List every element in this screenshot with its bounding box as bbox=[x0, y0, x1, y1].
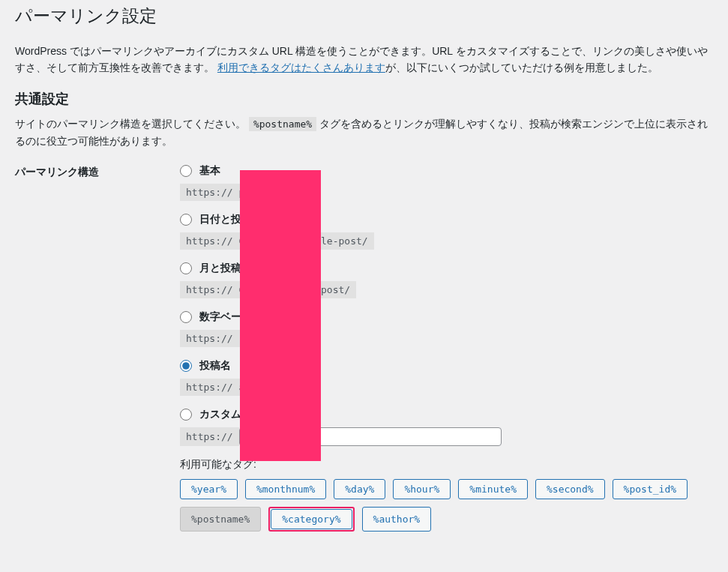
tag-post-id[interactable]: %post_id% bbox=[613, 479, 688, 499]
tag-second[interactable]: %second% bbox=[535, 479, 605, 499]
tag-postname[interactable]: %postname% bbox=[180, 507, 261, 532]
common-description: サイトのパーマリンク構造を選択してください。 %postname% タグを含める… bbox=[15, 115, 713, 149]
tag-category[interactable]: %category% bbox=[271, 509, 352, 529]
tag-year[interactable]: %year% bbox=[180, 479, 238, 499]
label-post-name[interactable]: 投稿名 bbox=[199, 359, 231, 373]
tag-category-highlight: %category% bbox=[268, 507, 354, 532]
structure-label: パーマリンク構造 bbox=[15, 164, 180, 179]
radio-plain[interactable] bbox=[180, 165, 192, 177]
tags-help-link[interactable]: 利用できるタグはたくさんあります bbox=[217, 61, 385, 73]
structure-options: 基本 https:// p=123 日付と投稿名 https:// 024/11… bbox=[180, 164, 713, 532]
tag-hour[interactable]: %hour% bbox=[393, 479, 451, 499]
intro-text-after: が、以下にいくつか試していただける例を用意しました。 bbox=[385, 61, 658, 73]
tag-day[interactable]: %day% bbox=[334, 479, 385, 499]
radio-numeric[interactable] bbox=[180, 311, 192, 323]
postname-code-tag: %postname% bbox=[249, 117, 316, 131]
redaction-overlay bbox=[240, 170, 321, 461]
tag-author[interactable]: %author% bbox=[362, 507, 432, 532]
permalink-structure-form: パーマリンク構造 基本 https:// p=123 日付と投稿名 https:… bbox=[15, 164, 713, 532]
tags-row-1: %year% %monthnum% %day% %hour% %minute% … bbox=[180, 479, 713, 499]
tag-minute[interactable]: %minute% bbox=[458, 479, 528, 499]
label-plain[interactable]: 基本 bbox=[199, 164, 220, 178]
tag-monthnum[interactable]: %monthnum% bbox=[245, 479, 326, 499]
radio-day-name[interactable] bbox=[180, 214, 192, 226]
common-desc-before: サイトのパーマリンク構造を選択してください。 bbox=[15, 118, 246, 130]
radio-post-name[interactable] bbox=[180, 360, 192, 372]
custom-prefix: https:// bbox=[180, 427, 239, 446]
radio-custom[interactable] bbox=[180, 409, 192, 421]
intro-paragraph: WordPress ではパーマリンクやアーカイブにカスタム URL 構造を使うこ… bbox=[15, 43, 713, 76]
radio-month-name[interactable] bbox=[180, 262, 192, 274]
tags-row-2: %postname% %category% %author% bbox=[180, 507, 713, 532]
common-settings-heading: 共通設定 bbox=[15, 90, 713, 108]
page-title: パーマリンク設定 bbox=[15, 0, 713, 35]
